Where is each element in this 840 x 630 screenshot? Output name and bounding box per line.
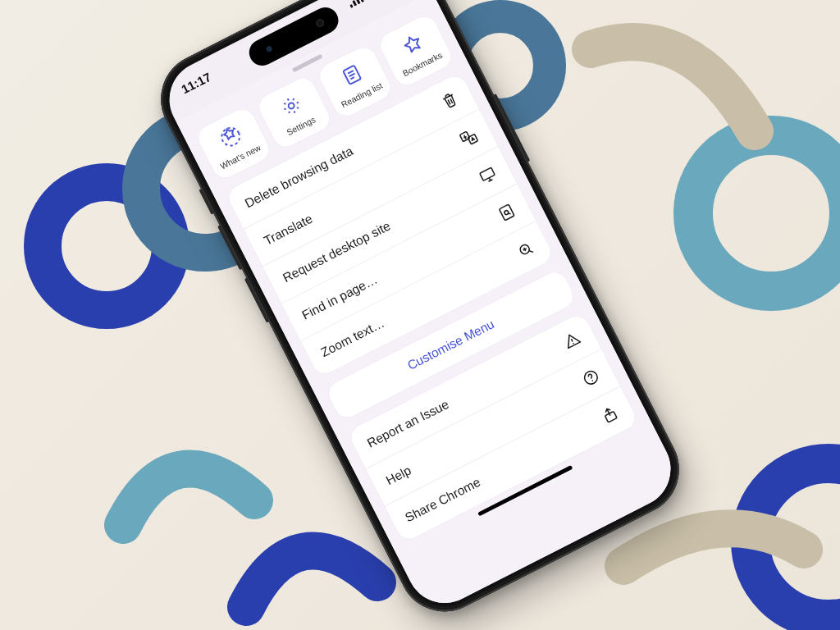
tile-bookmarks[interactable]: Bookmarks <box>377 12 455 89</box>
trash-icon <box>438 89 463 113</box>
find-in-page-icon <box>495 200 519 225</box>
cell-signal-icon <box>346 0 363 7</box>
zoom-icon <box>514 238 538 262</box>
svg-point-20 <box>591 380 593 381</box>
svg-rect-6 <box>352 0 357 6</box>
row-label: Help <box>384 463 414 488</box>
svg-rect-14 <box>480 167 495 180</box>
svg-rect-5 <box>349 4 353 8</box>
translate-icon <box>457 126 482 150</box>
tile-whats-new[interactable]: What's new <box>194 105 273 182</box>
svg-rect-21 <box>605 411 617 422</box>
desktop-icon <box>476 163 500 188</box>
sparkle-badge-icon <box>216 122 244 151</box>
status-time: 11:17 <box>179 70 213 97</box>
help-icon <box>579 366 604 390</box>
svg-point-18 <box>573 343 574 345</box>
tile-settings[interactable]: Settings <box>255 74 334 151</box>
star-icon <box>398 30 427 58</box>
svg-point-2 <box>693 135 840 291</box>
reading-list-icon <box>337 61 366 89</box>
svg-point-16 <box>504 210 509 215</box>
svg-point-10 <box>287 103 294 110</box>
alert-icon <box>559 328 584 353</box>
share-icon <box>598 403 623 427</box>
gear-icon <box>276 92 305 121</box>
tile-reading-list[interactable]: Reading list <box>316 43 395 121</box>
svg-rect-15 <box>500 204 515 221</box>
